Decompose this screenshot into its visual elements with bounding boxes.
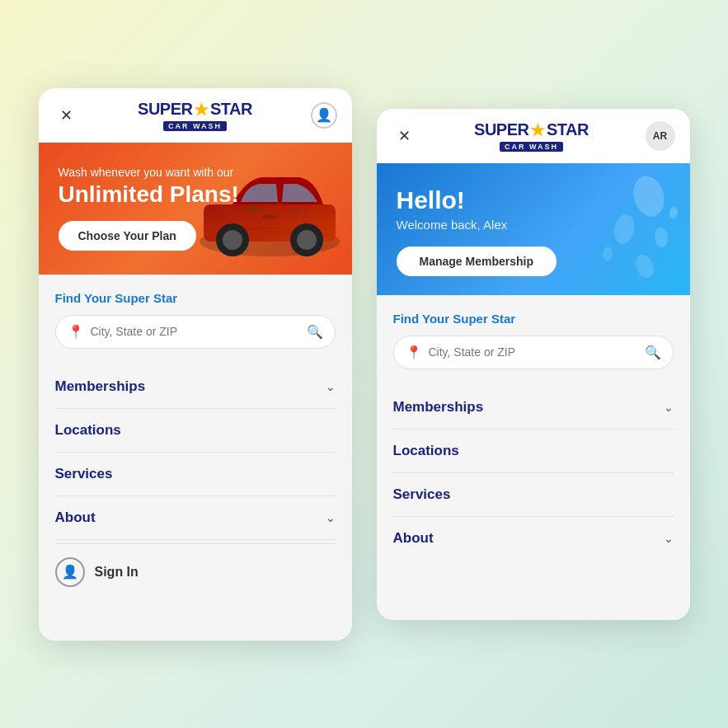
left-header: ✕ SUPER ★ STAR CAR WASH 👤 [39, 88, 352, 143]
search-input-right[interactable] [429, 345, 638, 359]
find-label-right: Find Your Super Star [393, 312, 674, 326]
hero-subtitle: Wash whenever you want with our [59, 166, 332, 179]
nav-locations-left[interactable]: Locations [55, 409, 336, 453]
signin-label: Sign In [95, 565, 139, 580]
signin-icon: 👤 [55, 557, 85, 587]
nav-memberships-right[interactable]: Memberships ⌄ [393, 386, 674, 430]
nav-services-left[interactable]: Services [55, 453, 336, 496]
svg-point-13 [632, 251, 656, 280]
hero-title: Unlimited Plans! [59, 182, 332, 208]
search-icon-left[interactable]: 🔍 [307, 324, 323, 340]
close-button[interactable]: ✕ [54, 102, 80, 129]
logo-super-text-right: SUPER [474, 120, 528, 139]
choose-plan-button[interactable]: Choose Your Plan [59, 221, 196, 251]
pin-icon-right: 📍 [406, 345, 422, 360]
profile-icon: 👤 [316, 107, 332, 123]
svg-point-12 [602, 246, 613, 261]
logo-star-icon-right: ★ [530, 120, 545, 140]
logo-super-text: SUPER [138, 100, 192, 119]
right-body: Find Your Super Star 📍 🔍 Memberships ⌄ L… [377, 295, 690, 576]
nav-about-left[interactable]: About ⌄ [55, 496, 336, 540]
nav-services-right[interactable]: Services [393, 473, 674, 517]
chevron-about-right: ⌄ [664, 532, 674, 545]
left-body: Find Your Super Star 📍 🔍 Memberships ⌄ L… [39, 275, 352, 607]
logo-right: SUPER ★ STAR CAR WASH [474, 120, 589, 152]
search-input-left[interactable] [91, 325, 300, 338]
nav-about-right[interactable]: About ⌄ [393, 517, 674, 560]
svg-point-10 [612, 213, 636, 246]
logo-star-text-right: STAR [547, 120, 589, 139]
logo-left: SUPER ★ STAR CAR WASH [138, 100, 252, 131]
logo-carwash-text: CAR WASH [163, 121, 227, 131]
find-label-left: Find Your Super Star [55, 291, 336, 305]
logo-star-text: STAR [210, 100, 252, 119]
search-bar-left[interactable]: 📍 🔍 [55, 315, 336, 349]
svg-point-14 [668, 206, 678, 219]
manage-membership-button[interactable]: Manage Membership [397, 247, 557, 276]
logo-carwash-text-right: CAR WASH [500, 142, 563, 152]
left-card: ✕ SUPER ★ STAR CAR WASH 👤 Wash whenever … [39, 88, 352, 641]
right-header: ✕ SUPER ★ STAR CAR WASH AR [377, 109, 690, 163]
profile-button[interactable]: 👤 [311, 102, 337, 129]
logo-star-icon: ★ [194, 100, 209, 120]
right-card: ✕ SUPER ★ STAR CAR WASH AR Hello! Welcom… [377, 109, 690, 620]
search-bar-right[interactable]: 📍 🔍 [393, 336, 674, 369]
ar-badge[interactable]: AR [646, 121, 675, 151]
hero-banner-right: Hello! Welcome back, Alex Manage Members… [377, 163, 690, 295]
signin-row[interactable]: 👤 Sign In [55, 543, 336, 590]
chevron-memberships-right: ⌄ [664, 401, 674, 414]
search-icon-right[interactable]: 🔍 [645, 345, 661, 360]
chevron-memberships-left: ⌄ [326, 380, 336, 393]
pin-icon-left: 📍 [68, 324, 84, 340]
nav-locations-right[interactable]: Locations [393, 430, 674, 473]
hero-banner-left: Wash whenever you want with our Unlimite… [39, 143, 352, 275]
svg-point-9 [629, 172, 669, 220]
nav-memberships-left[interactable]: Memberships ⌄ [55, 365, 336, 409]
close-button-right[interactable]: ✕ [392, 123, 418, 149]
water-drops-decoration [583, 171, 682, 287]
chevron-about-left: ⌄ [326, 511, 336, 524]
svg-point-11 [653, 227, 668, 247]
